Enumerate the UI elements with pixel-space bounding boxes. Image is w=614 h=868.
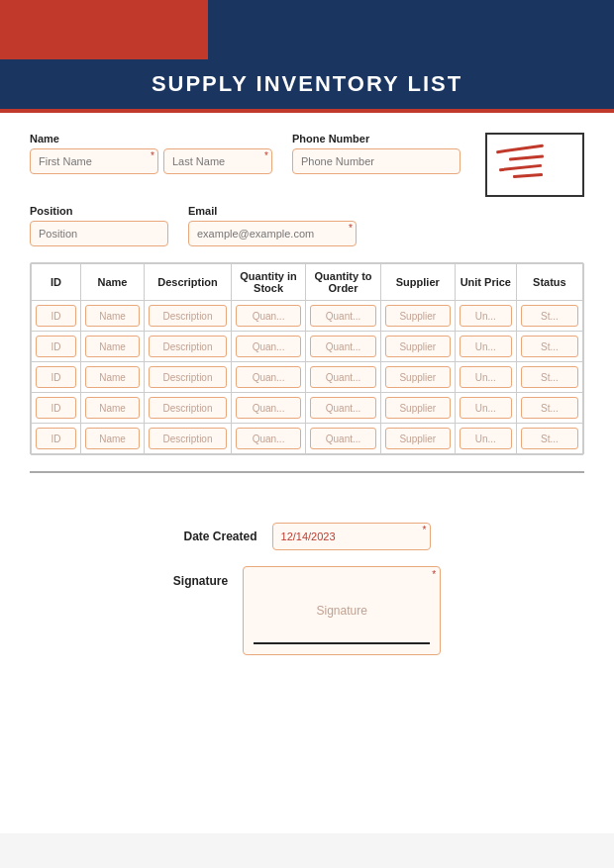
divider bbox=[30, 471, 584, 473]
cell-description-input[interactable] bbox=[149, 397, 227, 419]
cell-status bbox=[516, 393, 582, 424]
sig-box[interactable]: Signature * bbox=[243, 566, 441, 655]
cell-supplier bbox=[380, 332, 455, 362]
cell-qty-stock bbox=[231, 332, 306, 362]
sig-placeholder: Signature bbox=[316, 604, 366, 618]
cell-status-input[interactable] bbox=[521, 428, 578, 449]
date-required: * bbox=[423, 525, 427, 535]
date-wrapper: * bbox=[272, 523, 431, 550]
cell-description-input[interactable] bbox=[149, 366, 227, 388]
cell-id-input[interactable] bbox=[36, 305, 76, 327]
cell-description bbox=[145, 424, 232, 454]
page-title: SUPPLY INVENTORY LIST bbox=[0, 71, 614, 97]
cell-supplier-input[interactable] bbox=[385, 336, 451, 357]
cell-unit-price bbox=[455, 362, 516, 393]
cell-name-input[interactable] bbox=[85, 336, 140, 357]
cell-unit-price-input[interactable] bbox=[460, 366, 512, 388]
sig-row: Signature Signature * bbox=[30, 566, 584, 655]
table-row bbox=[32, 362, 583, 393]
cell-id-input[interactable] bbox=[36, 397, 76, 419]
cell-qty-order-input[interactable] bbox=[310, 305, 376, 327]
table-row bbox=[32, 393, 583, 424]
col-unit-price: Unit Price bbox=[455, 264, 516, 301]
header-bar bbox=[0, 0, 614, 59]
cell-id bbox=[32, 393, 81, 424]
cell-unit-price-input[interactable] bbox=[460, 305, 512, 327]
cell-qty-order-input[interactable] bbox=[310, 336, 376, 357]
cell-name-input[interactable] bbox=[85, 397, 140, 419]
logo-lines bbox=[492, 138, 577, 192]
cell-supplier-input[interactable] bbox=[385, 428, 451, 449]
cell-description bbox=[145, 301, 232, 332]
cell-supplier bbox=[380, 393, 455, 424]
cell-description-input[interactable] bbox=[149, 428, 227, 449]
bottom-content bbox=[0, 685, 614, 833]
sig-underline bbox=[254, 642, 430, 644]
cell-status-input[interactable] bbox=[521, 366, 578, 388]
cell-unit-price-input[interactable] bbox=[460, 397, 512, 419]
cell-name-input[interactable] bbox=[85, 366, 140, 388]
cell-name-input[interactable] bbox=[85, 428, 140, 449]
cell-description bbox=[145, 393, 232, 424]
inventory-table: ID Name Description Quantity in Stock Qu… bbox=[31, 263, 583, 454]
cell-unit-price bbox=[455, 393, 516, 424]
cell-qty-order-input[interactable] bbox=[310, 366, 376, 388]
cell-id-input[interactable] bbox=[36, 336, 76, 357]
cell-status-input[interactable] bbox=[521, 397, 578, 419]
cell-qty-order-input[interactable] bbox=[310, 428, 376, 449]
cell-status bbox=[516, 301, 582, 332]
cell-qty-stock bbox=[231, 424, 306, 454]
cell-qty-stock-input[interactable] bbox=[236, 428, 302, 449]
cell-supplier bbox=[380, 362, 455, 393]
cell-id bbox=[32, 362, 81, 393]
cell-id-input[interactable] bbox=[36, 366, 76, 388]
cell-status-input[interactable] bbox=[521, 305, 578, 327]
cell-status-input[interactable] bbox=[521, 336, 578, 357]
cell-unit-price bbox=[455, 301, 516, 332]
cell-qty-order bbox=[306, 362, 381, 393]
position-label: Position bbox=[30, 205, 168, 217]
main-content: Name * * Phone Number bbox=[0, 113, 614, 513]
last-name-input[interactable] bbox=[163, 148, 272, 174]
inventory-table-wrapper: ID Name Description Quantity in Stock Qu… bbox=[30, 262, 584, 455]
col-qty-stock: Quantity in Stock bbox=[231, 264, 306, 301]
first-name-input[interactable] bbox=[30, 148, 158, 174]
position-input[interactable] bbox=[30, 221, 168, 246]
cell-id bbox=[32, 424, 81, 454]
cell-id bbox=[32, 332, 81, 362]
col-description: Description bbox=[145, 264, 232, 301]
cell-qty-stock-input[interactable] bbox=[236, 397, 302, 419]
title-bar: SUPPLY INVENTORY LIST bbox=[0, 59, 614, 109]
cell-name-input[interactable] bbox=[85, 305, 140, 327]
cell-id-input[interactable] bbox=[36, 428, 76, 449]
cell-name bbox=[80, 332, 144, 362]
col-status: Status bbox=[516, 264, 582, 301]
cell-supplier-input[interactable] bbox=[385, 305, 451, 327]
blue-header-block bbox=[208, 0, 614, 59]
cell-qty-stock-input[interactable] bbox=[236, 366, 302, 388]
cell-unit-price bbox=[455, 332, 516, 362]
cell-status bbox=[516, 362, 582, 393]
cell-name bbox=[80, 424, 144, 454]
cell-name bbox=[80, 362, 144, 393]
table-row bbox=[32, 301, 583, 332]
email-input[interactable] bbox=[188, 221, 357, 246]
cell-qty-order bbox=[306, 301, 381, 332]
cell-qty-stock-input[interactable] bbox=[236, 305, 302, 327]
cell-qty-stock-input[interactable] bbox=[236, 336, 302, 357]
cell-unit-price-input[interactable] bbox=[460, 428, 512, 449]
cell-description-input[interactable] bbox=[149, 336, 227, 357]
cell-unit-price-input[interactable] bbox=[460, 336, 512, 357]
first-name-wrapper: * bbox=[30, 148, 158, 174]
cell-description bbox=[145, 332, 232, 362]
last-name-required: * bbox=[264, 150, 268, 161]
cell-supplier-input[interactable] bbox=[385, 366, 451, 388]
date-input[interactable] bbox=[272, 523, 431, 550]
table-header-row: ID Name Description Quantity in Stock Qu… bbox=[32, 264, 583, 301]
cell-qty-order-input[interactable] bbox=[310, 397, 376, 419]
cell-supplier-input[interactable] bbox=[385, 397, 451, 419]
cell-description bbox=[145, 362, 232, 393]
cell-description-input[interactable] bbox=[149, 305, 227, 327]
cell-qty-order bbox=[306, 424, 381, 454]
phone-input[interactable] bbox=[292, 148, 460, 174]
